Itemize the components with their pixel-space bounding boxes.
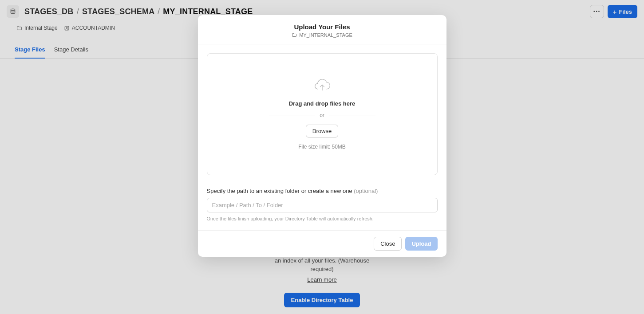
close-button[interactable]: Close bbox=[374, 237, 402, 251]
modal-stage-path: MY_INTERNAL_STAGE bbox=[207, 32, 438, 38]
path-label: Specify the path to an existing folder o… bbox=[207, 188, 438, 194]
folder-icon bbox=[292, 32, 297, 38]
modal-overlay: Upload Your Files MY_INTERNAL_STAGE Drag… bbox=[0, 0, 644, 314]
upload-button[interactable]: Upload bbox=[405, 237, 437, 251]
file-dropzone[interactable]: Drag and drop files here or Browse File … bbox=[207, 53, 438, 175]
path-input[interactable] bbox=[207, 198, 438, 212]
path-helper-text: Once the files finish uploading, your Di… bbox=[207, 216, 438, 221]
browse-button[interactable]: Browse bbox=[306, 125, 338, 137]
upload-files-modal: Upload Your Files MY_INTERNAL_STAGE Drag… bbox=[198, 15, 446, 257]
dropzone-text: Drag and drop files here bbox=[289, 100, 356, 107]
file-size-limit: File size limit: 50MB bbox=[298, 144, 346, 150]
cloud-upload-icon bbox=[314, 79, 331, 94]
modal-title: Upload Your Files bbox=[207, 23, 438, 31]
